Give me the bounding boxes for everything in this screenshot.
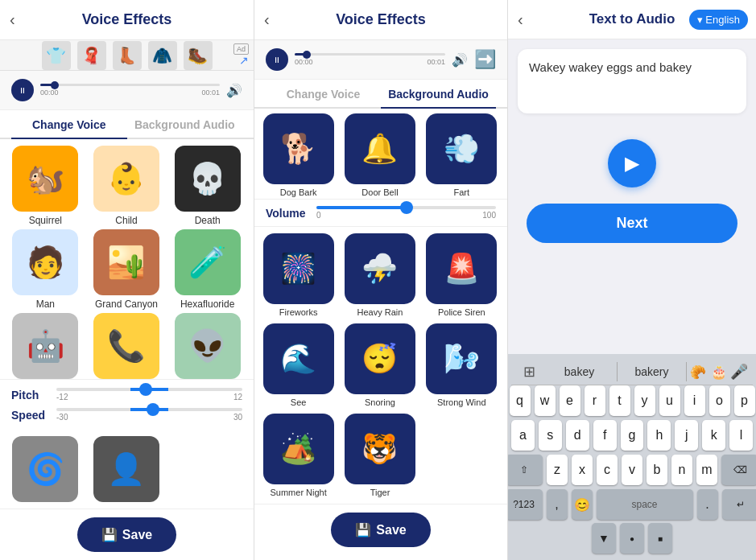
key-f[interactable]: f <box>593 420 617 451</box>
partial-item-1[interactable]: 🌀 <box>6 436 85 502</box>
key-m[interactable]: m <box>696 455 717 485</box>
bg-item-police-siren[interactable]: 🚨 Police Siren <box>424 233 499 317</box>
voice-item-hexafluoride[interactable]: 🧪 Hexafluoride <box>168 229 246 310</box>
key-symbol[interactable]: ?123 <box>507 489 543 520</box>
key-comma[interactable]: , <box>547 489 568 520</box>
partial-avatar-1: 🌀 <box>12 436 78 502</box>
key-h[interactable]: h <box>647 420 671 451</box>
key-g[interactable]: g <box>621 420 644 451</box>
voice-item-grand-canyon[interactable]: 🏜️ Grand Canyon <box>88 229 166 310</box>
key-v[interactable]: v <box>622 455 642 485</box>
panel1-save-button[interactable]: 💾 Save <box>77 517 176 552</box>
panel1-back-button[interactable]: ‹ <box>10 10 15 29</box>
key-delete[interactable]: ⌫ <box>721 455 756 485</box>
bg-avatar-tiger: 🐯 <box>345 414 415 484</box>
voice-item-squirrel[interactable]: 🐿️ Squirrel <box>6 146 85 226</box>
bg-avatar-dog-bark: 🐕 <box>263 113 334 184</box>
bg-item-strong-wind[interactable]: 🌬️ Strong Wind <box>424 323 499 407</box>
speed-track[interactable] <box>56 408 242 411</box>
voice-item-death[interactable]: 💀 Death <box>168 146 246 226</box>
panel2-tab-change-voice[interactable]: Change Voice <box>266 80 381 107</box>
panel1-progress-track[interactable] <box>40 84 220 86</box>
key-o[interactable]: o <box>709 385 730 416</box>
key-enter[interactable]: ↵ <box>722 489 757 520</box>
voice-item-telephone[interactable]: 📞 Telephone <box>88 313 166 379</box>
panel3-next-button[interactable]: Next <box>527 204 737 243</box>
key-n[interactable]: n <box>671 455 692 485</box>
panel3-text-display[interactable]: Wakey wakey eggs and bakey <box>518 49 746 113</box>
key-b[interactable]: b <box>647 455 667 485</box>
key-w[interactable]: w <box>535 385 556 416</box>
panel1-volume-icon[interactable]: 🔊 <box>226 83 242 98</box>
volume-track[interactable] <box>316 206 496 209</box>
key-s[interactable]: s <box>539 420 562 451</box>
panel2-tab-background-audio[interactable]: Background Audio <box>381 80 496 107</box>
key-q[interactable]: q <box>510 385 531 416</box>
key-e[interactable]: e <box>560 385 580 416</box>
key-j[interactable]: j <box>675 420 698 451</box>
bg-item-tiger[interactable]: 🐯 Tiger <box>342 414 417 497</box>
speed-thumb[interactable] <box>147 403 159 416</box>
key-y[interactable]: y <box>634 385 655 416</box>
key-space[interactable]: space <box>597 489 693 520</box>
voice-item-child[interactable]: 👶 Child <box>88 146 166 226</box>
key-p[interactable]: p <box>734 385 755 416</box>
key-x[interactable]: x <box>572 455 593 485</box>
panel1-progress-bar[interactable]: 00:00 00:01 <box>40 84 220 97</box>
volume-slider[interactable]: 0 100 <box>316 206 496 220</box>
key-a[interactable]: a <box>511 420 535 451</box>
key-t[interactable]: t <box>609 385 630 416</box>
panel2-save-button[interactable]: 💾 Save <box>331 513 430 547</box>
key-r[interactable]: r <box>585 385 605 416</box>
keyboard-suggestion-1[interactable]: bakey <box>545 362 613 381</box>
key-circle[interactable]: ● <box>620 523 644 554</box>
key-c[interactable]: c <box>597 455 618 485</box>
pitch-slider[interactable]: -12 12 <box>56 388 242 401</box>
panel2-header: ‹ Voice Effects <box>254 0 507 40</box>
pitch-track[interactable] <box>56 388 242 391</box>
panel1-tab-background-audio[interactable]: Background Audio <box>127 110 243 138</box>
panel2-pause-button[interactable]: ⏸ <box>266 48 288 71</box>
speed-slider[interactable]: -30 30 <box>56 408 242 422</box>
key-z[interactable]: z <box>547 455 568 485</box>
panel2-back-button[interactable]: ‹ <box>264 10 270 29</box>
key-l[interactable]: l <box>729 420 753 451</box>
key-square[interactable]: ■ <box>648 523 672 554</box>
bg-item-fart[interactable]: 💨 Fart <box>424 113 499 197</box>
key-period[interactable]: . <box>697 489 718 520</box>
panel1-pause-button[interactable]: ⏸ <box>11 79 34 101</box>
key-k[interactable]: k <box>702 420 725 451</box>
voice-item-extraterrestrial[interactable]: 👽 Extraterrestrial <box>168 313 246 379</box>
voice-item-big-robot[interactable]: 🤖 Big Robot <box>6 313 85 379</box>
keyboard-mic-icon[interactable]: 🎤 <box>730 363 748 381</box>
bg-item-fireworks[interactable]: 🎆 Fireworks <box>261 233 336 317</box>
bg-item-see[interactable]: 🌊 See <box>261 323 336 407</box>
voice-item-man[interactable]: 🧑 Man <box>6 229 85 310</box>
panel1-tab-change-voice[interactable]: Change Voice <box>11 110 127 138</box>
pitch-thumb[interactable] <box>139 383 152 396</box>
key-down[interactable]: ▼ <box>592 523 616 554</box>
bg-item-door-bell[interactable]: 🔔 Door Bell <box>342 113 417 197</box>
bg-item-summer-night[interactable]: 🏕️ Summer Night <box>261 414 336 497</box>
panel3-play-button[interactable]: ▶ <box>608 139 656 187</box>
keyboard-suggestion-2[interactable]: bakery <box>617 362 687 381</box>
key-emoji[interactable]: 😊 <box>572 489 593 520</box>
panel2-progress-bar[interactable]: 00:00 00:01 <box>295 53 445 66</box>
panel3-back-button[interactable]: ‹ <box>518 10 523 29</box>
keyboard-grid-icon[interactable]: ⊞ <box>516 363 542 381</box>
key-u[interactable]: u <box>659 385 680 416</box>
panel2-volume-icon[interactable]: 🔊 <box>452 52 468 68</box>
volume-thumb[interactable] <box>400 201 413 214</box>
partial-item-2[interactable]: 👤 <box>88 436 166 502</box>
key-d[interactable]: d <box>566 420 589 451</box>
bg-item-snoring[interactable]: 😴 Snoring <box>342 323 417 407</box>
emoji-suggestion-2[interactable]: 🎂 <box>711 364 727 380</box>
key-shift[interactable]: ⇧ <box>507 455 543 485</box>
emoji-suggestion-1[interactable]: 🥐 <box>690 364 706 380</box>
bg-item-heavy-rain[interactable]: ⛈️ Heavy Rain <box>342 233 417 317</box>
bg-item-dog-bark[interactable]: 🐕 Dog Bark <box>261 113 336 197</box>
key-i[interactable]: i <box>684 385 705 416</box>
panel3-language-button[interactable]: ▾ English <box>689 10 748 30</box>
panel2-progress-track[interactable] <box>295 53 445 56</box>
panel2-direction-icon[interactable]: ➡️ <box>474 49 496 70</box>
